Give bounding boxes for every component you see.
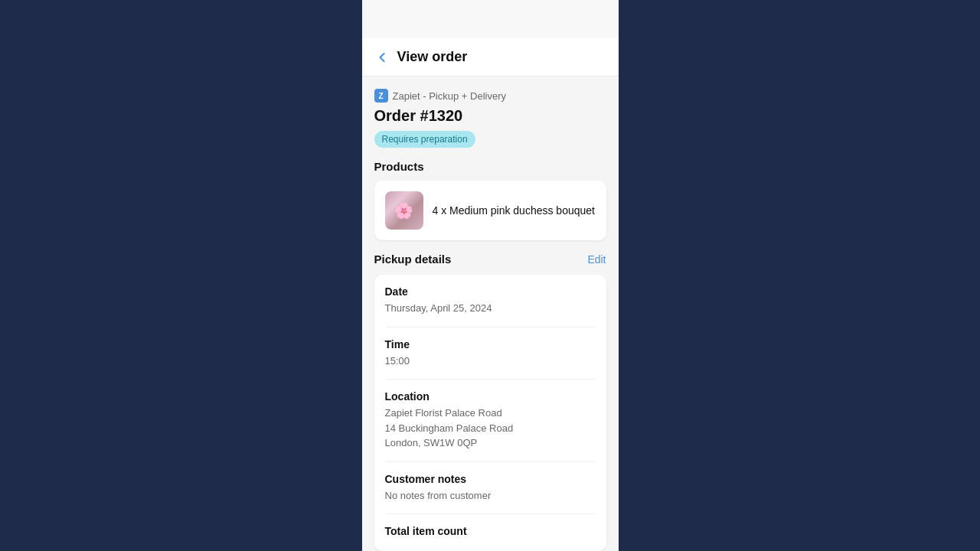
source-label: Z Zapiet - Pickup + Delivery <box>374 89 606 103</box>
date-row: Date Thursday, April 25, 2024 <box>385 275 596 328</box>
location-value: Zapiet Florist Palace Road 14 Buckingham… <box>385 406 596 451</box>
notes-value: No notes from customer <box>385 488 596 504</box>
notes-row: Customer notes No notes from customer <box>385 462 596 515</box>
date-label: Date <box>385 285 596 298</box>
details-card: Date Thursday, April 25, 2024 Time 15:00… <box>374 275 606 551</box>
time-row: Time 15:00 <box>385 328 596 380</box>
date-value: Thursday, April 25, 2024 <box>385 301 596 316</box>
back-button[interactable] <box>374 50 390 65</box>
edit-button[interactable]: Edit <box>587 253 606 266</box>
product-card: 🌸 4 x Medium pink duchess bouquet <box>374 181 606 240</box>
location-line1: Zapiet Florist Palace Road <box>385 406 596 421</box>
product-image: 🌸 <box>385 191 423 230</box>
time-value: 15:00 <box>385 354 596 369</box>
total-label: Total item count <box>385 525 596 537</box>
phone-container: View order Z Zapiet - Pickup + Delivery … <box>362 0 619 551</box>
location-row: Location Zapiet Florist Palace Road 14 B… <box>385 380 596 462</box>
pickup-section-title: Pickup details <box>374 253 452 266</box>
location-line3: London, SW1W 0QP <box>385 435 596 451</box>
time-label: Time <box>385 338 596 350</box>
location-label: Location <box>385 390 596 403</box>
total-row: Total item count <box>385 514 596 551</box>
location-line2: 14 Buckingham Palace Road <box>385 421 596 436</box>
requires-preparation-badge: Requires preparation <box>374 131 475 148</box>
source-name: Zapiet - Pickup + Delivery <box>393 90 506 102</box>
page-title: View order <box>397 49 468 65</box>
notes-label: Customer notes <box>385 473 596 485</box>
source-icon: Z <box>374 89 388 103</box>
content-area[interactable]: Z Zapiet - Pickup + Delivery Order #1320… <box>362 77 619 551</box>
product-image-placeholder: 🌸 <box>385 191 423 230</box>
view-order-header: View order <box>362 38 619 77</box>
order-number: Order #1320 <box>374 107 606 125</box>
products-section-title: Products <box>374 160 606 173</box>
status-bar <box>362 0 619 38</box>
pickup-details-header: Pickup details Edit <box>374 253 606 266</box>
product-name: 4 x Medium pink duchess bouquet <box>433 204 595 217</box>
